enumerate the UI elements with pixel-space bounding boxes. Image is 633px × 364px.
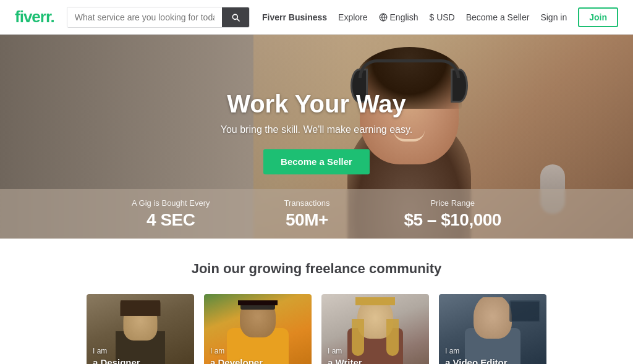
hero-section: Work Your Way You bring the skill. We'll… [0,35,633,239]
language-label: English [390,12,418,22]
card-writer-label: I am a Writer [328,347,362,364]
stat-gig-label: A Gig is Bought Every [132,198,210,208]
search-bar [67,7,250,28]
hero-content: Work Your Way You bring the skill. We'll… [162,90,471,174]
stat-price-value: $5 – $10,000 [404,210,501,230]
card-developer[interactable]: I am a Developer [204,294,312,364]
logo[interactable]: fiverr. [15,7,54,27]
join-button[interactable]: Join [578,7,618,27]
navbar: fiverr. Fiverr Business Explore English … [0,0,633,35]
stat-gig-value: 4 SEC [132,210,210,230]
nav-become-seller[interactable]: Become a Seller [466,12,530,22]
community-section: Join our growing freelance community I a… [0,239,633,364]
card-video-editor-label: I am a Video Editor [445,347,508,364]
card-writer[interactable]: I am a Writer [321,294,429,364]
card-developer-label: I am a Developer [210,347,263,364]
stat-transactions: Transactions 50M+ [284,198,330,230]
nav-currency[interactable]: $ USD [429,12,454,22]
navbar-links: Fiverr Business Explore English $ USD Be… [262,7,618,27]
nav-sign-in[interactable]: Sign in [540,12,567,22]
community-title: Join our growing freelance community [15,261,618,277]
logo-dot: . [51,7,54,26]
hero-subtitle: You bring the skill. We'll make earning … [162,124,471,135]
card-designer-label: I am a Designer [93,347,140,364]
nav-explore[interactable]: Explore [338,12,367,22]
community-grid: I am a Designer I am a Developer [15,294,618,364]
search-input[interactable] [67,7,222,27]
stat-price-label: Price Range [404,198,501,208]
nav-language[interactable]: English [379,12,418,22]
search-button[interactable] [222,7,249,27]
logo-text: fiverr [15,7,51,26]
search-icon [231,12,240,22]
stat-transactions-value: 50M+ [284,210,330,230]
stat-gig: A Gig is Bought Every 4 SEC [132,198,210,230]
hero-title: Work Your Way [162,90,471,118]
stat-price: Price Range $5 – $10,000 [404,198,501,230]
card-video-editor[interactable]: I am a Video Editor [439,294,546,364]
globe-icon [379,13,388,22]
stats-bar: A Gig is Bought Every 4 SEC Transactions… [0,189,633,239]
stat-transactions-label: Transactions [284,198,330,208]
nav-fiverr-business[interactable]: Fiverr Business [262,12,327,22]
become-seller-button[interactable]: Become a Seller [263,149,370,174]
card-designer[interactable]: I am a Designer [87,294,194,364]
